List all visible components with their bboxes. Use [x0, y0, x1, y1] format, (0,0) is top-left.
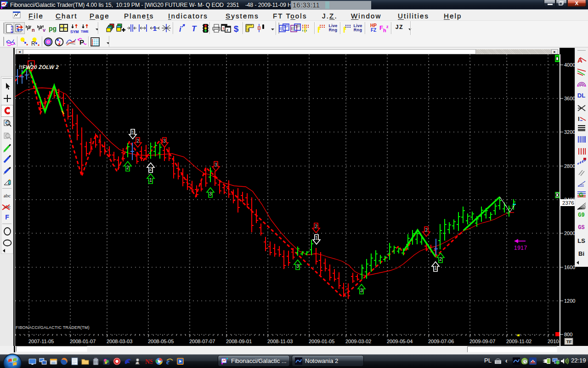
svg-text:1: 1: [315, 236, 318, 241]
svg-text:$: $: [234, 24, 239, 33]
svg-text:2010-: 2010-: [548, 339, 560, 344]
svg-text:I: I: [578, 115, 580, 122]
svg-text:3200: 3200: [564, 129, 575, 135]
svg-text:SYM: SYM: [70, 29, 79, 34]
svg-text:3: 3: [215, 162, 217, 167]
svg-text:2: 2: [126, 165, 129, 170]
svg-text:h: h: [383, 28, 386, 33]
svg-text:FIBONACCI/GALACTIC TRADER(TM): FIBONACCI/GALACTIC TRADER(TM): [16, 325, 90, 330]
svg-text:2376: 2376: [562, 200, 574, 206]
svg-text:2007-11-05: 2007-11-05: [28, 339, 54, 344]
svg-text:2009-03-02: 2009-03-02: [345, 339, 371, 344]
svg-text:2: 2: [136, 138, 139, 144]
svg-text:1: 1: [131, 130, 134, 135]
svg-text:4000: 4000: [564, 62, 575, 68]
svg-text:TF: TF: [566, 339, 572, 344]
svg-text:2000: 2000: [564, 230, 575, 236]
svg-text:4: 4: [5, 4, 8, 9]
svg-text:3600: 3600: [564, 96, 575, 101]
svg-text:i: i: [179, 25, 181, 33]
svg-text:2008-11-03: 2008-11-03: [267, 339, 293, 344]
svg-text:W: W: [11, 31, 13, 33]
svg-text:R: R: [31, 40, 35, 46]
svg-text:P: P: [79, 38, 84, 46]
svg-text:2008-01-07: 2008-01-07: [70, 339, 96, 344]
svg-text:2: 2: [425, 228, 428, 233]
svg-text:2009-09-07: 2009-09-07: [469, 339, 495, 344]
svg-text:2009-05-04: 2009-05-04: [387, 339, 413, 344]
svg-text:1200: 1200: [564, 298, 575, 304]
svg-text:v: v: [43, 27, 46, 33]
svg-text:G: G: [579, 191, 583, 198]
svg-text:E: E: [248, 28, 250, 31]
svg-text:z: z: [226, 28, 228, 32]
svg-text:1917: 1917: [514, 245, 527, 251]
svg-text:2: 2: [149, 167, 152, 172]
svg-text:1600: 1600: [564, 264, 575, 270]
svg-text:2008-03-03: 2008-03-03: [107, 339, 132, 344]
svg-text:B: B: [139, 360, 141, 365]
svg-text:NS: NS: [145, 358, 153, 365]
svg-text:3: 3: [163, 138, 166, 144]
svg-text:F: F: [379, 24, 383, 31]
svg-text:T: T: [192, 24, 197, 33]
svg-text:n: n: [32, 27, 34, 33]
svg-text:2009-07-06: 2009-07-06: [428, 339, 454, 344]
svg-text:2009-11-02: 2009-11-02: [506, 339, 531, 344]
svg-text:2: 2: [315, 224, 317, 229]
svg-text:3: 3: [209, 191, 212, 196]
svg-text:2800: 2800: [564, 163, 575, 169]
svg-text:2008-05-05: 2008-05-05: [148, 339, 174, 344]
svg-text:800: 800: [564, 332, 572, 337]
svg-text:3: 3: [296, 264, 299, 269]
svg-text:2008-07-07: 2008-07-07: [189, 339, 215, 344]
svg-text:z: z: [386, 24, 389, 29]
svg-text:!!FW20 ZOLW 2: !!FW20 ZOLW 2: [19, 64, 59, 70]
svg-text:pg: pg: [49, 25, 57, 32]
svg-text:1: 1: [153, 24, 157, 32]
svg-text:1: 1: [149, 178, 152, 183]
svg-text:2008-09-01: 2008-09-01: [226, 339, 252, 344]
svg-text:2: 2: [439, 257, 442, 262]
svg-text:1: 1: [434, 265, 437, 270]
svg-text:2009-01-05: 2009-01-05: [309, 339, 334, 344]
svg-text:A: A: [577, 56, 582, 64]
svg-text:TIME: TIME: [81, 30, 89, 33]
svg-text:3: 3: [360, 288, 363, 293]
